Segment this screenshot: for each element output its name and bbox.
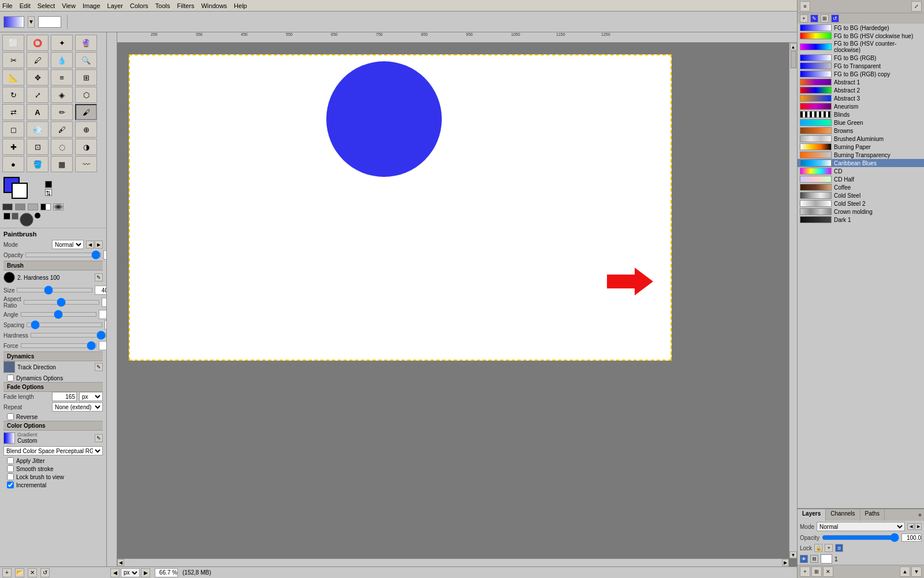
mode-prev-btn[interactable]: ◀ <box>86 240 94 249</box>
menu-colors[interactable]: Colors <box>130 2 148 9</box>
tool-perspective[interactable]: ⬡ <box>75 87 97 103</box>
tool-move[interactable]: ✥ <box>27 69 49 86</box>
gradient-item-dark1[interactable]: Dark 1 <box>798 216 924 224</box>
layers-opacity-input[interactable] <box>901 533 922 542</box>
paint-mode-radial[interactable] <box>53 203 64 210</box>
tool-crop[interactable]: ⊞ <box>75 69 97 86</box>
paint-mode-multi[interactable] <box>40 203 51 210</box>
tool-color-pick[interactable]: 💧 <box>51 52 73 68</box>
tool-flip[interactable]: ⇄ <box>2 104 24 120</box>
layers-new-btn[interactable]: + <box>800 566 810 577</box>
layers-lock-pos-btn[interactable]: + <box>825 544 833 552</box>
tool-eraser[interactable]: ◻ <box>2 121 24 138</box>
swatch-dark[interactable] <box>12 213 18 220</box>
reset-colors[interactable] <box>45 181 52 188</box>
tool-blur[interactable]: ◌ <box>51 139 73 155</box>
size-input[interactable] <box>95 286 107 295</box>
layer-row-1[interactable]: 👁 ⛓ 1 <box>798 553 924 565</box>
tool-rotate[interactable]: ↻ <box>2 87 24 103</box>
gradient-item-caribbean-blues[interactable]: Caribbean Blues <box>798 159 924 167</box>
tab-layers[interactable]: Layers <box>798 509 826 521</box>
gradient-item-cd[interactable]: CD <box>798 167 924 175</box>
layers-mode-select[interactable]: Normal <box>817 522 905 531</box>
layers-opacity-slider[interactable] <box>822 535 899 540</box>
gradient-item-abstract2[interactable]: Abstract 2 <box>798 86 924 94</box>
brush-section-header[interactable]: Brush <box>3 261 103 271</box>
gradient-item-abstract1[interactable]: Abstract 1 <box>798 78 924 86</box>
menu-file[interactable]: File <box>2 2 13 9</box>
opacity-slider[interactable] <box>25 253 101 257</box>
dynamics-edit-btn[interactable]: ✎ <box>95 363 103 371</box>
tool-scale[interactable]: ⤢ <box>27 87 49 103</box>
tool-paintbrush[interactable]: 🖌 <box>75 104 97 120</box>
swatch-dot[interactable] <box>35 213 40 218</box>
tool-zoom[interactable]: 🔍 <box>75 52 97 68</box>
lock-brush-check[interactable] <box>7 473 14 480</box>
gradient-item-browns[interactable]: Browns <box>798 127 924 135</box>
tool-free-select[interactable]: ✦ <box>51 35 73 51</box>
hardness-slider[interactable] <box>31 333 106 338</box>
tab-paths[interactable]: Paths <box>860 509 885 521</box>
layers-del-btn[interactable]: ✕ <box>823 566 833 577</box>
fade-unit-select[interactable]: px <box>79 392 103 401</box>
gradient-item-burning-transparency[interactable]: Burning Transparency <box>798 151 924 159</box>
tab-channels[interactable]: Channels <box>826 509 860 521</box>
gradient-item-cd-half[interactable]: CD Half <box>798 175 924 183</box>
blend-select[interactable]: Blend Color Space Perceptual RGB <box>3 446 103 455</box>
left-bottom-close-btn[interactable]: ✕ <box>28 568 37 577</box>
gradient-mini-preview[interactable] <box>3 432 15 444</box>
gradient-item-blue-green[interactable]: Blue Green <box>798 118 924 127</box>
menu-select[interactable]: Select <box>38 2 55 9</box>
fade-length-input[interactable] <box>52 392 77 401</box>
gradient-item-cold-steel2[interactable]: Cold Steel 2 <box>798 199 924 208</box>
size-slider[interactable] <box>17 288 92 292</box>
gradient-item-fg-hsv-cw[interactable]: FG to BG (HSV clockwise hue) <box>798 32 924 40</box>
menu-view[interactable]: View <box>62 2 76 9</box>
color-options-header[interactable]: Color Options <box>3 421 103 431</box>
left-bottom-new-btn[interactable]: + <box>2 568 12 577</box>
layers-mode-next[interactable]: ▶ <box>915 523 922 530</box>
aspect-input[interactable] <box>102 298 107 307</box>
gradient-item-blinds[interactable]: Blinds <box>798 110 924 118</box>
apply-jitter-check[interactable] <box>7 457 14 464</box>
gradient-item-fg-transparent[interactable]: FG to Transparent <box>798 62 924 70</box>
layer-visibility-btn[interactable]: 👁 <box>800 555 808 563</box>
mode-select[interactable]: Normal <box>52 240 84 249</box>
fade-section-header[interactable]: Fade Options <box>3 382 103 392</box>
gradient-dup-btn[interactable]: ⊞ <box>821 14 829 23</box>
dynamics-section-header[interactable]: Dynamics <box>3 351 103 361</box>
angle-input[interactable] <box>99 310 107 319</box>
tool-smudge[interactable]: ● <box>2 156 24 172</box>
left-bottom-open-btn[interactable]: 📂 <box>15 568 24 577</box>
canvas-scroll-area[interactable] <box>117 43 789 558</box>
tool-heal[interactable]: ✚ <box>2 139 24 155</box>
tool-measure[interactable]: 📐 <box>2 69 24 86</box>
layers-up-btn[interactable]: ▲ <box>900 566 910 577</box>
gradient-item-cold-steel[interactable]: Cold Steel <box>798 191 924 199</box>
gradient-new-btn[interactable]: + <box>800 14 808 23</box>
gradient-panel-resize[interactable]: ⤢ <box>911 1 922 12</box>
menu-help[interactable]: Help <box>234 2 247 9</box>
gradient-item-fg-rgb[interactable]: FG to BG (RGB) <box>798 54 924 62</box>
gradient-item-abstract3[interactable]: Abstract 3 <box>798 94 924 102</box>
gradient-edit-btn2[interactable]: ✎ <box>810 14 818 23</box>
reverse-check[interactable] <box>7 413 14 420</box>
menu-tools[interactable]: Tools <box>155 2 170 9</box>
tool-paths[interactable]: 🖊 <box>27 52 49 68</box>
gradient-refresh-btn[interactable]: ↺ <box>831 14 839 23</box>
canvas-document[interactable] <box>129 54 672 361</box>
layer-link-btn[interactable]: ⛓ <box>810 555 818 563</box>
swatch-black[interactable] <box>3 213 10 220</box>
tool-text[interactable]: A <box>27 104 49 120</box>
layers-mode-prev[interactable]: ◀ <box>907 523 914 530</box>
gradient-item-fg-rgb-copy[interactable]: FG to BG (RGB) copy <box>798 70 924 78</box>
gradient-item-coffee[interactable]: Coffee <box>798 183 924 191</box>
aspect-slider[interactable] <box>24 300 99 305</box>
zoom-input[interactable] <box>155 568 178 577</box>
gradient-options-btn[interactable]: ▼ <box>28 16 35 28</box>
tool-airbrush[interactable]: 💨 <box>27 121 49 138</box>
tool-warp[interactable]: 〰 <box>75 156 97 172</box>
dynamics-options-check[interactable] <box>7 375 14 381</box>
brush-preview[interactable] <box>3 272 15 283</box>
menu-edit[interactable]: Edit <box>20 2 31 9</box>
